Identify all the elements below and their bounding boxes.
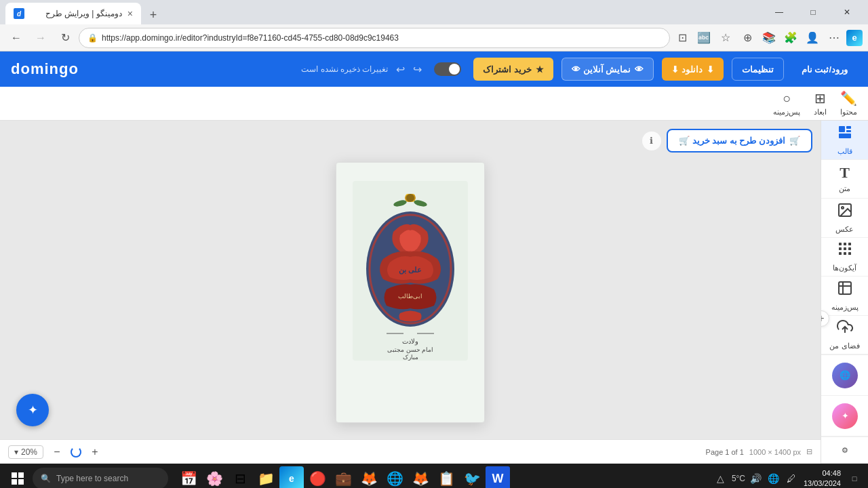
preview-label: نمایش آنلاین 👁	[572, 64, 631, 75]
taskbar-app-globe[interactable]: 🌐	[382, 466, 407, 488]
close-button[interactable]: ✕	[831, 0, 863, 24]
right-sidebar: قالب T متن عکس آیکون‌ها	[821, 121, 868, 464]
favorites-btn[interactable]: ⊕	[738, 28, 757, 47]
clock-display[interactable]: 04:48 13/03/2024	[804, 468, 841, 488]
svg-rect-30	[848, 252, 851, 255]
notification-button[interactable]: □	[846, 470, 863, 487]
gear-icon: ⚙	[842, 446, 848, 455]
ai-chat-avatar: ✦	[832, 403, 858, 429]
svg-rect-22	[839, 243, 842, 245]
download-icon: ⬇	[707, 64, 714, 75]
start-button[interactable]	[5, 466, 30, 488]
taskbar-app-firefox2[interactable]: 🦊	[408, 466, 433, 488]
tab-bar: d دومینگو | ویرایش طرح × + — □ ✕	[5, 0, 863, 24]
address-bar[interactable]: 🔒 https://app.domingo.ir/editor?industry…	[79, 28, 670, 48]
svg-text:ولادت: ولادت	[402, 338, 418, 346]
tray-pen-icon[interactable]: 🖊	[785, 472, 798, 485]
sidebar-item-ai-chat[interactable]: ✦	[821, 396, 868, 436]
redo-button[interactable]: ↪	[413, 63, 422, 76]
add-to-cart-button[interactable]: 🛒 افزودن طرح به سبد خرید 🛒	[667, 129, 812, 152]
main-content: ℹ 🛒 افزودن طرح به سبد خرید 🛒	[0, 121, 868, 464]
new-tab-button[interactable]: +	[144, 5, 163, 24]
svg-rect-28	[839, 252, 842, 255]
svg-rect-33	[12, 472, 17, 478]
design-image: علی بن ابی‌طالب	[349, 176, 471, 366]
undo-button[interactable]: ↩	[396, 63, 405, 76]
taskbar-app-flowers[interactable]: 🌸	[202, 466, 226, 488]
forward-button[interactable]: →	[30, 27, 52, 49]
dimensions-label: ابعاد	[814, 108, 827, 117]
login-button[interactable]: ورود/ثبت نام	[792, 58, 857, 81]
taskbar-app-clipboard[interactable]: 📋	[434, 466, 458, 488]
profile-icon[interactable]: 👤	[803, 28, 822, 47]
preview-button[interactable]: 👁 نمایش آنلاین 👁	[561, 58, 654, 81]
app-logo: domingo	[11, 60, 79, 78]
collections-icon[interactable]: 📚	[760, 28, 778, 47]
taskbar-app-firefox[interactable]: 🦊	[357, 466, 381, 488]
sidebar-item-template[interactable]: قالب	[821, 121, 869, 160]
buy-subscription-button[interactable]: ★ خرید اشتراک	[473, 58, 553, 81]
download-label: دانلود ⬇	[671, 64, 703, 75]
taskbar-app-edge[interactable]: e	[279, 466, 304, 488]
sidebar-item-icons[interactable]: آیکون‌ها	[821, 238, 869, 277]
zoom-bar: ▾ 20% − + Page 1 of 1 1000 × 1400 px ⊟	[0, 439, 821, 464]
sidebar-settings-button[interactable]: ⚙	[821, 436, 868, 464]
taskbar-app-explorer[interactable]: 📁	[254, 466, 278, 488]
more-options-icon[interactable]: ⋯	[825, 28, 844, 47]
taskbar-app-portfolio[interactable]: 💼	[331, 466, 355, 488]
toggle-dark-mode[interactable]	[434, 62, 461, 76]
refresh-button[interactable]: ↻	[54, 27, 76, 49]
browser-tab-active[interactable]: d دومینگو | ویرایش طرح ×	[5, 3, 141, 24]
sidebar-item-background[interactable]: پس‌زمینه	[821, 277, 869, 316]
minimize-button[interactable]: —	[764, 0, 795, 24]
zoom-percent: 20%	[21, 447, 37, 457]
nav-bar: ← → ↻ 🔒 https://app.domingo.ir/editor?in…	[0, 24, 868, 52]
template-icon	[837, 124, 853, 144]
photo-label: عکس	[835, 225, 854, 234]
clock-date: 13/03/2024	[804, 479, 841, 488]
close-tab-icon[interactable]: ×	[127, 8, 133, 19]
sidebar-item-ai-translate[interactable]: 🌐	[821, 355, 868, 396]
toolbar-item-dimensions[interactable]: ⊞ ابعاد	[814, 90, 827, 117]
toolbar-item-background[interactable]: ○ پس‌زمینه	[773, 91, 800, 117]
info-button[interactable]: ℹ	[642, 131, 661, 150]
icons-icon	[837, 241, 853, 261]
sidebar-item-photo[interactable]: عکس	[821, 199, 869, 238]
zoom-in-button[interactable]: +	[87, 444, 103, 460]
search-icon: 🔍	[41, 474, 51, 483]
ai-fab-button[interactable]: ✦	[16, 394, 49, 426]
lock-icon: 🔒	[87, 33, 98, 43]
settings-button[interactable]: تنظیمات	[732, 58, 784, 81]
taskbar-search[interactable]: 🔍 Type here to search	[33, 468, 168, 488]
svg-text:علی بن: علی بن	[399, 266, 422, 274]
tab-search-icon[interactable]: ⊡	[673, 28, 692, 47]
buy-label: خرید اشتراک	[483, 64, 532, 75]
taskbar-app-word[interactable]: W	[486, 466, 510, 488]
zoom-out-button[interactable]: −	[49, 444, 65, 460]
sidebar-item-text[interactable]: T متن	[821, 160, 869, 199]
taskbar-app-calendar[interactable]: 📅	[176, 466, 201, 488]
background-icon: ○	[783, 91, 791, 106]
svg-rect-25	[839, 247, 842, 250]
download-button[interactable]: ⬇ دانلود ⬇	[662, 58, 724, 81]
taskbar: 🔍 Type here to search 📅 🌸 ⊟ 📁 e 🔴 💼 🦊 🌐 …	[0, 464, 868, 488]
favorites-icon[interactable]: ☆	[716, 28, 735, 47]
read-aloud-icon[interactable]: 🔤	[694, 28, 713, 47]
svg-rect-16	[839, 126, 845, 132]
svg-text:ابی‌طالب: ابی‌طالب	[398, 293, 422, 300]
tray-up-arrow-icon[interactable]: △	[714, 472, 728, 485]
tray-network-icon[interactable]: 🌐	[767, 472, 781, 485]
eye-icon: 👁	[635, 64, 644, 75]
tray-volume-icon[interactable]: 🔊	[749, 472, 763, 485]
taskbar-app-task-view[interactable]: ⊟	[228, 466, 252, 488]
taskbar-tray: △ 5°C 🔊 🌐 🖊 04:48 13/03/2024 □	[714, 468, 863, 488]
extensions-icon[interactable]: 🧩	[781, 28, 800, 47]
taskbar-app-bird[interactable]: 🐦	[460, 466, 484, 488]
toolbar-item-content[interactable]: ✏️ محتوا	[840, 90, 857, 117]
tray-battery-icon[interactable]: 5°C	[732, 472, 745, 485]
maximize-button[interactable]: □	[797, 0, 829, 24]
design-card: علی بن ابی‌طالب	[336, 162, 485, 423]
back-button[interactable]: ←	[5, 27, 27, 49]
taskbar-app-red[interactable]: 🔴	[305, 466, 330, 488]
zoom-value[interactable]: ▾ 20%	[8, 445, 43, 459]
